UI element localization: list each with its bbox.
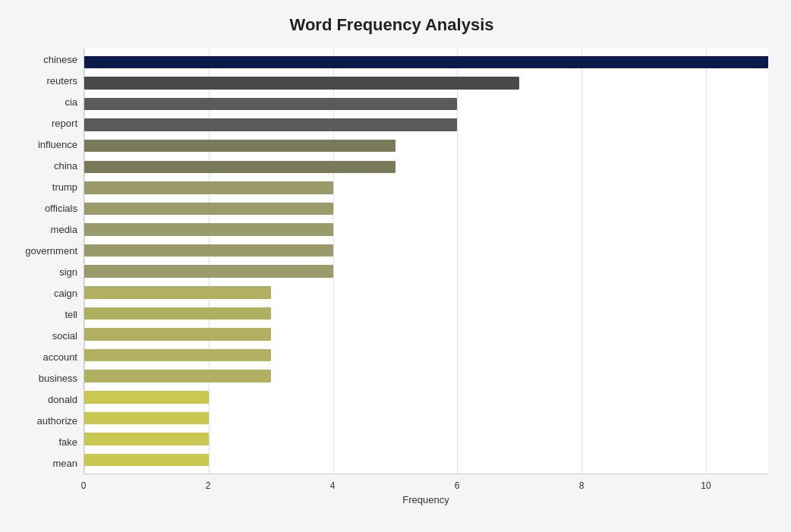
y-label-authorize: authorize — [15, 416, 77, 426]
bar-row-government — [84, 240, 768, 261]
y-label-influence: influence — [15, 140, 77, 150]
bar-officials — [84, 203, 333, 216]
y-label-account: account — [15, 352, 77, 362]
bar-row-officials — [84, 198, 768, 219]
bar-trump — [84, 181, 333, 194]
bar-row-chinese — [84, 52, 768, 73]
bar-row-tell — [84, 303, 768, 324]
x-tick-4: 4 — [325, 480, 340, 491]
bar-row-fake — [84, 429, 768, 450]
y-label-social: social — [15, 331, 77, 341]
y-label-report: report — [15, 118, 77, 128]
y-label-china: china — [15, 161, 77, 171]
bar-row-media — [84, 219, 768, 241]
y-label-sign: sign — [15, 267, 77, 277]
bar-row-business — [84, 366, 768, 387]
bar-row-authorize — [84, 408, 768, 429]
y-label-cia: cia — [15, 97, 77, 107]
bar-business — [84, 370, 271, 382]
bar-sign — [84, 265, 333, 278]
bar-account — [84, 349, 271, 362]
bar-caign — [84, 286, 271, 299]
y-label-reuters: reuters — [15, 76, 77, 86]
bar-authorize — [84, 412, 209, 425]
y-label-donald: donald — [15, 395, 77, 405]
bar-china — [84, 161, 396, 174]
bar-reuters — [84, 77, 519, 90]
y-label-media: media — [15, 225, 77, 235]
bar-row-social — [84, 324, 768, 345]
y-label-officials: officials — [15, 203, 77, 213]
x-tick-2: 2 — [200, 480, 216, 491]
x-tick-8: 8 — [574, 480, 589, 491]
y-label-caign: caign — [15, 288, 77, 298]
bar-media — [84, 223, 333, 236]
x-tick-0: 0 — [76, 480, 91, 491]
bar-row-mean — [84, 449, 768, 471]
x-axis-labels: 0246810 — [84, 476, 768, 491]
chart-container: Word Frequency Analysis chinesereutersci… — [0, 0, 791, 532]
y-label-mean: mean — [15, 458, 77, 468]
bar-row-influence — [84, 135, 768, 156]
chart-inner: chinesereutersciareportinfluencechinatru… — [15, 49, 768, 474]
bar-row-cia — [84, 93, 768, 115]
x-tick-6: 6 — [449, 480, 465, 491]
y-label-trump: trump — [15, 182, 77, 192]
bar-influence — [84, 140, 396, 153]
bar-donald — [84, 391, 209, 404]
bar-mean — [84, 454, 209, 467]
y-label-fake: fake — [15, 437, 77, 447]
plot-area — [84, 49, 768, 474]
bar-fake — [84, 433, 209, 445]
y-axis: chinesereutersciareportinfluencechinatru… — [15, 49, 84, 474]
bar-cia — [84, 98, 457, 111]
bar-row-report — [84, 115, 768, 136]
chart-title: Word Frequency Analysis — [15, 15, 768, 35]
bar-social — [84, 328, 271, 341]
bar-row-caign — [84, 282, 768, 304]
bar-row-china — [84, 156, 768, 178]
bar-row-account — [84, 345, 768, 366]
y-label-business: business — [15, 373, 77, 383]
bar-row-trump — [84, 178, 768, 199]
bar-row-sign — [84, 261, 768, 282]
bar-government — [84, 244, 333, 257]
bar-tell — [84, 307, 271, 320]
y-label-tell: tell — [15, 310, 77, 320]
bar-row-donald — [84, 387, 768, 408]
bar-report — [84, 118, 457, 131]
x-tick-10: 10 — [698, 480, 714, 491]
bottom-section: 0246810 Frequency — [15, 476, 768, 505]
bar-row-reuters — [84, 73, 768, 94]
y-label-chinese: chinese — [15, 55, 77, 65]
x-axis-title: Frequency — [84, 494, 768, 505]
y-label-government: government — [15, 246, 77, 256]
bar-chinese — [84, 56, 768, 69]
